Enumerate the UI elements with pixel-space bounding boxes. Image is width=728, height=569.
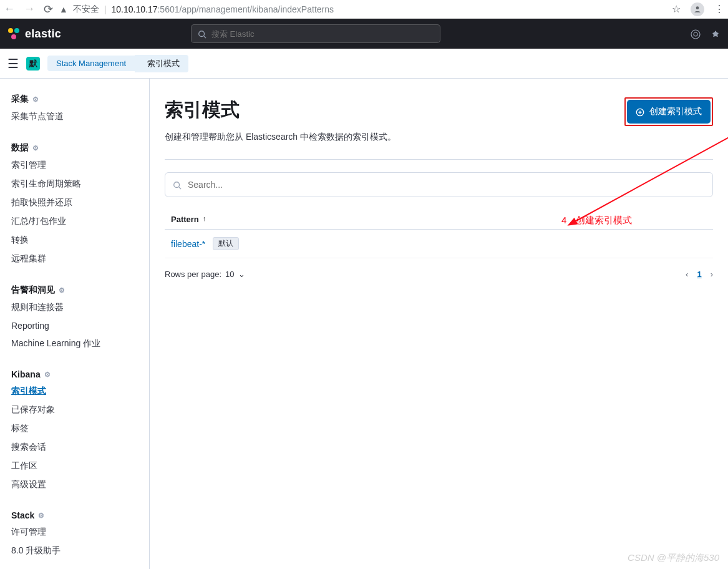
main-content: 索引模式 创建和管理帮助您从 Elasticsearch 中检索数据的索引模式。… (150, 79, 728, 569)
global-search[interactable] (191, 24, 440, 43)
sidebar-section-title: 采集⚙ (0, 91, 149, 107)
user-icon[interactable] (711, 28, 721, 39)
sidebar-item[interactable]: 许可管理 (0, 523, 149, 542)
create-button-label: 创建索引模式 (649, 106, 702, 117)
brand-name: elastic (25, 27, 61, 41)
default-badge: 默认 (213, 237, 239, 250)
sidebar-item[interactable]: 8.0 升级助手 (0, 542, 149, 560)
sidebar-item[interactable]: 索引管理 (0, 156, 149, 175)
sidebar-item[interactable]: 拍取快照并还原 (0, 193, 149, 212)
sidebar-item[interactable]: 采集节点管道 (0, 107, 149, 126)
sidebar-item[interactable]: 索引模式 (0, 382, 149, 401)
gear-icon: ⚙ (59, 286, 65, 294)
sort-asc-icon: ↑ (203, 215, 206, 224)
page-layout: 采集⚙采集节点管道数据⚙索引管理索引生命周期策略拍取快照并还原汇总/打包作业转换… (0, 79, 728, 569)
global-search-input[interactable] (211, 29, 434, 39)
elastic-logo[interactable]: elastic (7, 27, 61, 41)
table-row: filebeat-*默认 (165, 230, 713, 258)
sidebar: 采集⚙采集节点管道数据⚙索引管理索引生命周期策略拍取快照并还原汇总/打包作业转换… (0, 79, 150, 569)
insecure-icon: ▲ (59, 4, 68, 14)
prev-page-icon[interactable]: ‹ (686, 270, 688, 279)
browser-right-icons: ☆ ⋮ (672, 2, 724, 16)
sidebar-item[interactable]: 搜索会话 (0, 438, 149, 457)
sidebar-item[interactable]: 远程集群 (0, 250, 149, 268)
sidebar-item[interactable]: Machine Learning 作业 (0, 334, 149, 353)
gear-icon: ⚙ (32, 95, 39, 104)
address-bar[interactable]: ▲ 不安全 | 10.10.10.17:5601/app/management/… (59, 4, 666, 15)
rows-per-page-value: 10 (225, 270, 234, 279)
sidebar-item[interactable]: 转换 (0, 231, 149, 250)
url-host: 10.10.10.17 (112, 4, 158, 14)
annotation-label: 4，创建索引模式 (561, 215, 632, 226)
reload-icon[interactable]: ⟳ (44, 2, 53, 16)
svg-point-8 (174, 182, 180, 188)
svg-point-4 (694, 32, 697, 36)
sidebar-item[interactable]: 高级设置 (0, 475, 149, 494)
pattern-search[interactable] (165, 172, 713, 197)
header-right-icons (691, 28, 721, 39)
chevron-down-icon: ⌄ (238, 270, 245, 279)
rows-per-page[interactable]: Rows per page: 10 ⌄ (165, 270, 245, 279)
insecure-label: 不安全 (73, 4, 99, 15)
browser-chrome: ← → ⟳ ▲ 不安全 | 10.10.10.17:5601/app/manag… (0, 0, 728, 19)
sidebar-item[interactable]: 汇总/打包作业 (0, 212, 149, 231)
gear-icon: ⚙ (44, 371, 51, 379)
sidebar-item[interactable]: 工作区 (0, 457, 149, 475)
sidebar-section-title: Stack⚙ (0, 508, 149, 523)
sidebar-item[interactable]: 已保存对象 (0, 401, 149, 419)
watermark: CSDN @平静的海530 (628, 552, 719, 564)
svg-point-3 (691, 30, 700, 39)
pattern-search-input[interactable] (188, 180, 705, 190)
search-icon (173, 180, 182, 190)
star-icon[interactable]: ☆ (672, 3, 681, 15)
sidebar-section-title: 数据⚙ (0, 140, 149, 156)
help-icon[interactable] (691, 28, 701, 39)
svg-point-0 (696, 6, 699, 9)
elastic-logo-icon (7, 27, 20, 40)
page-number[interactable]: 1 (697, 270, 701, 279)
create-button-highlight: 创建索引模式 (624, 97, 713, 126)
sidebar-section-title: Kibana⚙ (0, 367, 149, 382)
svg-line-9 (179, 187, 182, 190)
breadcrumb: Stack Management 索引模式 (47, 55, 188, 72)
column-pattern: Pattern (171, 215, 199, 224)
plus-circle-icon (636, 107, 644, 117)
gear-icon: ⚙ (32, 144, 39, 152)
sidebar-item[interactable]: 索引生命周期策略 (0, 175, 149, 193)
next-page-icon[interactable]: › (711, 270, 713, 279)
page-title: 索引模式 (165, 97, 396, 123)
rows-per-page-label: Rows per page: (165, 270, 221, 279)
sidebar-section-title: 告警和洞见⚙ (0, 282, 149, 298)
pager: ‹ 1 › (686, 270, 713, 279)
url-path: /app/management/kibana/indexPatterns (180, 4, 334, 14)
table-footer: Rows per page: 10 ⌄ ‹ 1 › (165, 270, 713, 279)
menu-icon[interactable]: ☰ (7, 56, 19, 71)
search-icon (198, 29, 206, 39)
pattern-link[interactable]: filebeat-* (171, 239, 205, 249)
kebab-icon[interactable]: ⋮ (714, 3, 724, 15)
secondary-header: ☰ 默 Stack Management 索引模式 (0, 49, 728, 79)
breadcrumb-index-patterns[interactable]: 索引模式 (135, 55, 188, 72)
svg-line-2 (203, 36, 206, 39)
sidebar-item[interactable]: Reporting (0, 317, 149, 334)
sidebar-item[interactable]: 标签 (0, 419, 149, 438)
breadcrumb-stack-management[interactable]: Stack Management (47, 56, 135, 71)
page-subtitle: 创建和管理帮助您从 Elasticsearch 中检索数据的索引模式。 (165, 132, 396, 143)
nav-arrows: ← → ⟳ (4, 2, 53, 16)
forward-icon[interactable]: → (24, 2, 35, 16)
space-badge[interactable]: 默 (26, 57, 40, 71)
back-icon[interactable]: ← (4, 2, 15, 16)
create-index-pattern-button[interactable]: 创建索引模式 (627, 100, 711, 124)
profile-icon[interactable] (691, 2, 704, 16)
elastic-header: elastic (0, 19, 728, 49)
url-port: :5601 (157, 4, 179, 14)
divider (165, 159, 713, 160)
gear-icon: ⚙ (38, 512, 44, 520)
sidebar-item[interactable]: 规则和连接器 (0, 298, 149, 317)
svg-point-1 (199, 31, 205, 37)
